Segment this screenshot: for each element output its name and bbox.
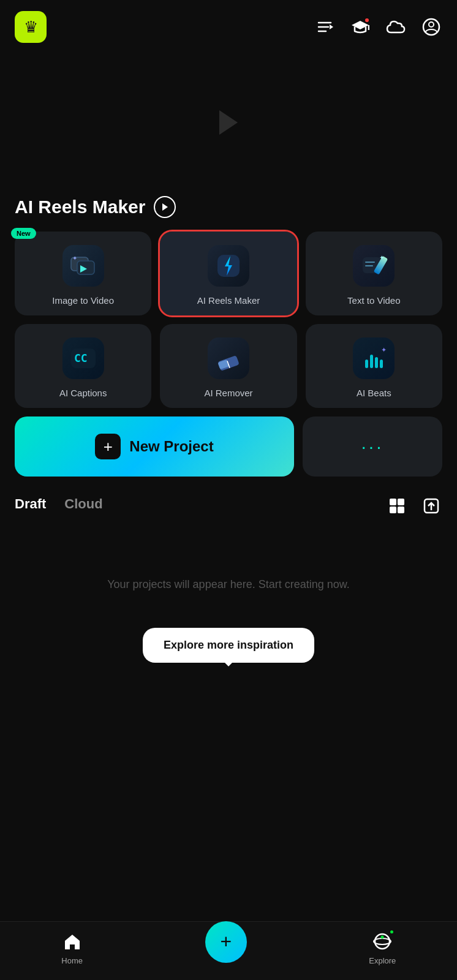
tool-ai-beats[interactable]: ✦ AI Beats (306, 324, 442, 408)
crown-icon: ♛ (24, 18, 38, 37)
list-icon[interactable] (314, 16, 336, 38)
hero-area (0, 49, 457, 196)
svg-marker-8 (219, 110, 238, 135)
text-to-video-icon-wrap: ✦ (353, 245, 395, 287)
explore-icon (371, 930, 393, 952)
ai-remover-label: AI Remover (204, 388, 252, 398)
tool-grid-row1: New ✦ Image to Video (15, 232, 442, 315)
svg-text:✦: ✦ (381, 346, 387, 353)
svg-rect-32 (390, 507, 396, 513)
svg-rect-26 (370, 355, 373, 368)
hero-arrow-icon (210, 104, 247, 141)
image-to-video-icon-wrap: ✦ (62, 245, 104, 287)
tabs-left: Draft Cloud (15, 496, 103, 516)
home-icon (61, 930, 83, 952)
app-logo[interactable]: ♛ (15, 11, 47, 43)
svg-rect-31 (398, 499, 404, 505)
app-header: ♛ (0, 0, 457, 49)
empty-state: Your projects will appear here. Start cr… (0, 541, 457, 628)
explore-tooltip: Explore more inspiration (143, 628, 314, 663)
svg-text:✦: ✦ (379, 254, 384, 261)
tabs-right (386, 495, 442, 517)
header-icons (314, 16, 442, 38)
ai-beats-icon-wrap: ✦ (353, 337, 395, 379)
cloud-icon[interactable] (385, 16, 407, 38)
nav-explore[interactable]: Explore (369, 930, 396, 965)
svg-point-38 (381, 936, 384, 939)
svg-rect-28 (380, 360, 383, 368)
ai-reels-section: AI Reels Maker New (0, 196, 457, 477)
svg-point-37 (374, 938, 391, 944)
nav-home[interactable]: Home (61, 930, 83, 965)
more-button[interactable]: ··· (303, 417, 442, 477)
image-to-video-label: Image to Video (52, 295, 114, 306)
empty-state-message: Your projects will appear here. Start cr… (107, 578, 350, 590)
bottom-nav: Home + Explore (0, 921, 457, 980)
more-dots: ··· (361, 436, 383, 457)
tool-ai-captions[interactable]: CC AI Captions (15, 324, 151, 408)
tool-ai-reels-maker[interactable]: AI Reels Maker (160, 232, 296, 315)
section-title: AI Reels Maker (15, 197, 145, 217)
ai-captions-icon-wrap: CC (62, 337, 104, 379)
new-project-button[interactable]: + New Project (15, 417, 294, 477)
tool-ai-remover[interactable]: AI Remover (160, 324, 296, 408)
text-to-video-label: Text to Video (347, 295, 400, 306)
svg-rect-33 (398, 507, 404, 513)
new-project-label: New Project (129, 438, 213, 455)
plus-icon: + (95, 434, 121, 459)
tool-text-to-video[interactable]: ✦ Text to Video (306, 232, 442, 315)
svg-marker-3 (330, 24, 333, 29)
svg-rect-25 (365, 360, 368, 368)
profile-icon[interactable] (420, 16, 442, 38)
svg-rect-30 (390, 499, 396, 505)
section-navigate-button[interactable] (154, 196, 176, 218)
tabs-row: Draft Cloud (0, 495, 457, 517)
explore-label: Explore (369, 956, 396, 965)
home-label: Home (61, 956, 83, 965)
new-badge: New (11, 228, 36, 239)
ai-reels-icon-wrap (208, 245, 249, 287)
section-header: AI Reels Maker (15, 196, 442, 218)
explore-notification-dot (389, 929, 395, 935)
ai-reels-label: AI Reels Maker (197, 295, 260, 306)
svg-marker-9 (162, 203, 168, 211)
notification-dot (364, 17, 370, 23)
svg-rect-11 (77, 261, 94, 274)
svg-text:CC: CC (74, 352, 88, 364)
svg-text:✦: ✦ (72, 255, 77, 262)
ai-remover-icon-wrap (208, 337, 249, 379)
tab-draft[interactable]: Draft (15, 496, 46, 516)
svg-rect-27 (375, 357, 378, 368)
create-button[interactable]: + (205, 921, 247, 963)
export-icon[interactable] (420, 495, 442, 517)
tool-grid-row2: CC AI Captions AI Remover (15, 324, 442, 408)
svg-point-7 (429, 22, 434, 27)
graduation-cap-icon[interactable] (349, 16, 371, 38)
tool-image-to-video[interactable]: New ✦ Image to Video (15, 232, 151, 315)
tooltip-text: Explore more inspiration (164, 639, 293, 651)
ai-beats-label: AI Beats (357, 388, 391, 398)
grid-view-icon[interactable] (386, 495, 408, 517)
tooltip-wrap: Explore more inspiration (0, 628, 457, 663)
ai-captions-label: AI Captions (59, 388, 107, 398)
new-project-row: + New Project ··· (15, 417, 442, 477)
tab-cloud[interactable]: Cloud (64, 496, 102, 516)
